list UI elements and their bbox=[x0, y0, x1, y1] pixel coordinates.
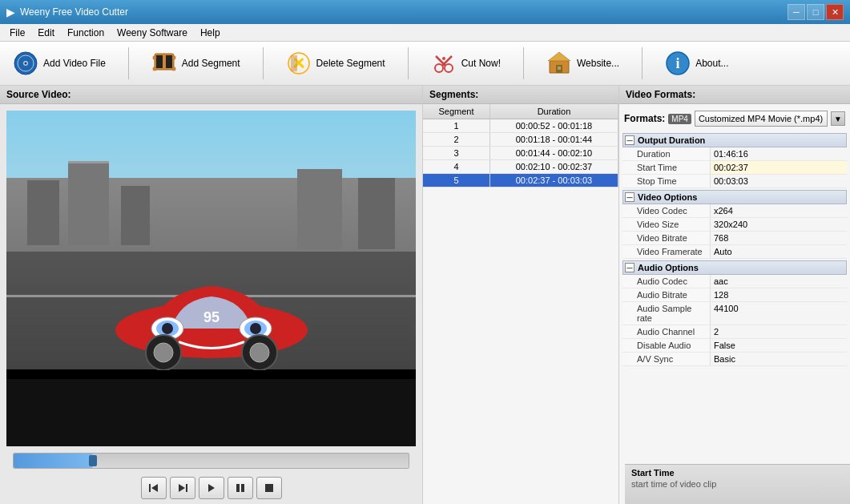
menu-edit[interactable]: Edit bbox=[31, 26, 61, 40]
section-collapse-icon: ─ bbox=[625, 192, 634, 202]
prop-key: Stop Time bbox=[622, 175, 711, 187]
website-button[interactable]: Website... bbox=[540, 47, 626, 79]
prop-row[interactable]: Audio Channel2 bbox=[622, 325, 847, 339]
properties-tree: ─Output DurationDuration01:46:16Start Ti… bbox=[622, 133, 847, 366]
formats-title: Video Formats: bbox=[619, 86, 850, 104]
svg-point-3 bbox=[25, 62, 27, 65]
prop-key: Duration bbox=[622, 147, 711, 160]
prop-value: 768 bbox=[711, 232, 847, 244]
prop-value: x264 bbox=[711, 204, 847, 217]
menu-help[interactable]: Help bbox=[194, 26, 227, 40]
add-segment-icon bbox=[151, 50, 177, 76]
formats-panel: Video Formats: Formats: MP4 Customized M… bbox=[619, 86, 850, 504]
table-row[interactable]: 300:01:44 - 00:02:10 bbox=[423, 147, 618, 160]
prop-value: Basic bbox=[711, 353, 847, 365]
format-dropdown-value: Customized MP4 Movie (*.mp4) bbox=[699, 114, 824, 123]
menu-file[interactable]: File bbox=[3, 26, 31, 40]
section-collapse-icon: ─ bbox=[625, 135, 634, 145]
formats-content: Formats: MP4 Customized MP4 Movie (*.mp4… bbox=[619, 104, 850, 504]
prop-row[interactable]: Audio Bitrate128 bbox=[622, 288, 847, 302]
section-audio-options: ─Audio OptionsAudio CodecaacAudio Bitrat… bbox=[622, 260, 847, 366]
prop-value: 01:46:16 bbox=[711, 147, 847, 160]
prop-key: Video Size bbox=[622, 218, 711, 231]
prop-value: 44100 bbox=[711, 302, 847, 325]
app-icon: ▶ bbox=[6, 6, 15, 18]
segment-duration: 00:02:10 - 00:02:37 bbox=[489, 160, 618, 174]
play-button[interactable] bbox=[199, 477, 224, 499]
menu-function[interactable]: Function bbox=[61, 26, 111, 40]
toolbar-separator-4 bbox=[523, 47, 524, 79]
add-segment-button[interactable]: Add Segment bbox=[145, 47, 247, 79]
segment-duration: 00:02:37 - 00:03:03 bbox=[489, 174, 618, 187]
window-controls: ─ □ ✕ bbox=[788, 4, 844, 20]
format-dropdown[interactable]: Customized MP4 Movie (*.mp4) bbox=[695, 111, 828, 127]
prop-row[interactable]: Video Size320x240 bbox=[622, 218, 847, 232]
prev-frame-button[interactable] bbox=[141, 477, 167, 499]
main-area: Source Video: bbox=[0, 86, 850, 504]
svg-point-37 bbox=[250, 343, 269, 362]
prop-row[interactable]: Audio Codecaac bbox=[622, 275, 847, 288]
delete-segment-button[interactable]: Delete Segment bbox=[280, 47, 392, 79]
segments-table: Segment Duration 100:00:52 - 00:01:18200… bbox=[423, 104, 618, 504]
section-header-audio-options[interactable]: ─Audio Options bbox=[622, 260, 847, 275]
table-row[interactable]: 500:02:37 - 00:03:03 bbox=[423, 174, 618, 187]
section-header-video-options[interactable]: ─Video Options bbox=[622, 190, 847, 204]
pause-button[interactable] bbox=[228, 477, 253, 499]
prop-value: 00:03:03 bbox=[711, 175, 847, 187]
video-container[interactable]: 95 bbox=[6, 111, 416, 446]
table-row[interactable]: 200:01:18 - 00:01:44 bbox=[423, 133, 618, 147]
toolbar-separator-2 bbox=[263, 47, 264, 79]
title-bar: ▶ Weeny Free Video Cutter ─ □ ✕ bbox=[0, 0, 850, 24]
timeline-thumb[interactable] bbox=[89, 455, 97, 466]
svg-point-32 bbox=[250, 323, 261, 334]
svg-rect-14 bbox=[291, 55, 297, 71]
prop-row[interactable]: Audio Sample rate44100 bbox=[622, 302, 847, 325]
about-icon: i bbox=[665, 50, 691, 76]
segment-id: 2 bbox=[423, 133, 489, 147]
maximize-button[interactable]: □ bbox=[807, 4, 824, 20]
add-video-button[interactable]: Add Video File bbox=[6, 47, 112, 79]
prop-row[interactable]: Video Bitrate768 bbox=[622, 232, 847, 245]
prop-key: Video Framerate bbox=[622, 245, 711, 258]
table-row[interactable]: 100:00:52 - 00:01:18 bbox=[423, 119, 618, 133]
svg-text:i: i bbox=[676, 55, 680, 71]
menu-weeny[interactable]: Weeny Software bbox=[111, 26, 194, 40]
prop-value: 2 bbox=[711, 325, 847, 338]
svg-rect-39 bbox=[149, 484, 151, 492]
segment-id: 1 bbox=[423, 119, 489, 133]
source-title: Source Video: bbox=[0, 86, 422, 104]
prop-row[interactable]: Start Time00:02:37 bbox=[622, 161, 847, 175]
svg-point-15 bbox=[435, 64, 443, 72]
prop-value: False bbox=[711, 339, 847, 352]
section-header-output-duration[interactable]: ─Output Duration bbox=[622, 133, 847, 147]
prop-value: Auto bbox=[711, 245, 847, 258]
next-frame-button[interactable] bbox=[170, 477, 195, 499]
svg-rect-9 bbox=[172, 56, 175, 59]
prop-row[interactable]: A/V SyncBasic bbox=[622, 353, 847, 366]
prop-row[interactable]: Video Codecx264 bbox=[622, 204, 847, 218]
svg-point-19 bbox=[442, 57, 445, 60]
format-dropdown-arrow[interactable]: ▼ bbox=[831, 111, 845, 126]
prop-row[interactable]: Disable AudioFalse bbox=[622, 339, 847, 353]
about-button[interactable]: i About... bbox=[659, 47, 735, 79]
svg-rect-5 bbox=[156, 55, 163, 68]
svg-marker-38 bbox=[151, 484, 158, 492]
timeline-container[interactable] bbox=[13, 453, 409, 469]
prop-row[interactable]: Video FramerateAuto bbox=[622, 245, 847, 259]
stop-button[interactable] bbox=[256, 477, 282, 499]
add-video-icon bbox=[13, 50, 38, 76]
prop-key: Disable Audio bbox=[622, 339, 711, 352]
minimize-button[interactable]: ─ bbox=[788, 4, 805, 20]
delete-segment-icon bbox=[286, 50, 312, 76]
status-description: start time of video clip bbox=[631, 479, 844, 489]
prop-key: Audio Bitrate bbox=[622, 288, 711, 301]
prop-row[interactable]: Stop Time00:03:03 bbox=[622, 175, 847, 188]
close-button[interactable]: ✕ bbox=[826, 4, 844, 20]
cut-now-button[interactable]: Cut Now! bbox=[425, 47, 507, 79]
svg-rect-10 bbox=[172, 67, 175, 71]
toolbar: Add Video File Add Segment bbox=[0, 42, 850, 86]
prop-row[interactable]: Duration01:46:16 bbox=[622, 147, 847, 161]
table-row[interactable]: 400:02:10 - 00:02:37 bbox=[423, 160, 618, 174]
svg-rect-44 bbox=[241, 484, 244, 492]
prop-value: 320x240 bbox=[711, 218, 847, 231]
